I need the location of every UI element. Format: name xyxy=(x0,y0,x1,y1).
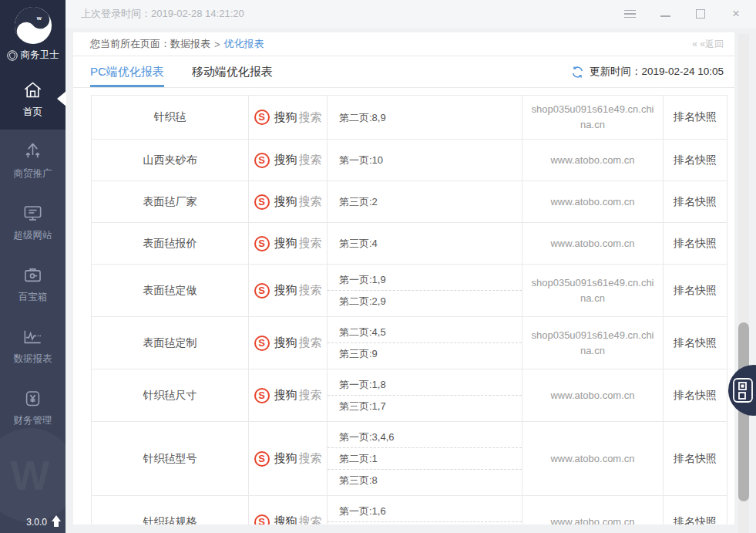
engine-cell: S搜狗搜索 xyxy=(249,369,328,421)
rank-snapshot-button[interactable]: 排名快照 xyxy=(674,452,717,466)
maximize-icon[interactable] xyxy=(694,8,707,20)
scrollbar-track[interactable] xyxy=(738,34,749,533)
rank-snapshot-button[interactable]: 排名快照 xyxy=(674,515,717,525)
keyword-cell: 表面毡定制 xyxy=(92,317,249,369)
rank-snapshot-button[interactable]: 排名快照 xyxy=(674,389,717,403)
sogou-icon: S xyxy=(254,236,270,251)
position-line: 第一页:10 xyxy=(328,150,522,170)
action-cell: 排名快照 xyxy=(664,422,727,495)
url-cell: www.atobo.com.cn xyxy=(522,369,664,421)
positions-cell: 第二页:4,5第三页:9 xyxy=(328,317,522,369)
engine-name-secondary: 搜索 xyxy=(299,236,322,251)
close-icon[interactable]: × xyxy=(730,8,742,20)
position-line: 第一页:1,6 xyxy=(328,501,522,521)
toolbox-icon xyxy=(22,265,43,285)
engine-name: 搜狗 xyxy=(274,236,297,251)
rank-snapshot-button[interactable]: 排名快照 xyxy=(674,195,717,209)
positions-cell: 第一页:1,8第三页:1,7 xyxy=(328,369,522,421)
action-cell: 排名快照 xyxy=(664,140,727,180)
url-cell: shop035u091s61e49.cn.china.cn xyxy=(522,317,664,369)
tab-pc-report[interactable]: PC端优化报表 xyxy=(90,56,164,87)
website-monitor-icon xyxy=(22,203,43,224)
engine-name: 搜狗 xyxy=(274,110,297,125)
table-row: 针织毡尺寸S搜狗搜索第一页:1,8第三页:1,7www.atobo.com.cn… xyxy=(92,369,727,422)
update-time-text: 更新时间：2019-02-24 10:05 xyxy=(590,65,724,79)
back-link[interactable]: « «返回 xyxy=(692,38,724,51)
app-logo-block: w 商务卫士 xyxy=(0,0,66,68)
breadcrumb-section: 数据报表 xyxy=(170,37,210,51)
watermark-letter: W xyxy=(11,451,50,499)
position-line: 第二页:1 xyxy=(328,447,522,469)
engine-name-secondary: 搜索 xyxy=(299,110,322,125)
qr-code-icon xyxy=(731,377,754,403)
sogou-icon: S xyxy=(254,153,270,168)
url-cell: www.atobo.com.cn xyxy=(522,496,664,525)
sogou-icon: S xyxy=(254,110,270,125)
sidebar-item-website[interactable]: 超级网站 xyxy=(0,191,66,253)
position-line: 第一页:1,8 xyxy=(328,374,522,395)
url-cell: www.atobo.com.cn xyxy=(522,223,664,264)
keyword-cell: 表面毡报价 xyxy=(92,223,249,264)
breadcrumb-current[interactable]: 优化报表 xyxy=(224,37,264,51)
engine-name-secondary: 搜索 xyxy=(299,194,322,209)
rank-snapshot-button[interactable]: 排名快照 xyxy=(674,284,717,298)
engine-name-secondary: 搜索 xyxy=(299,451,322,466)
rank-snapshot-button[interactable]: 排名快照 xyxy=(674,153,717,167)
report-table-body: 针织毡S搜狗搜索第二页:8,9shop035u091s61e49.cn.chin… xyxy=(92,96,727,525)
sidebar-item-toolbox[interactable]: 百宝箱 xyxy=(0,253,66,315)
url-cell: shop035u091s61e49.cn.china.cn xyxy=(522,96,664,139)
titlebar: 上次登录时间：2019-02-28 14:21:20 × xyxy=(66,0,756,28)
rank-snapshot-button[interactable]: 排名快照 xyxy=(674,336,717,350)
tab-mobile-report[interactable]: 移动端优化报表 xyxy=(192,56,273,87)
keyword-cell: 针织毡 xyxy=(92,96,249,139)
url-cell: www.atobo.com.cn xyxy=(522,140,664,180)
sidebar-item-reports[interactable]: 数据报表 xyxy=(0,315,66,376)
report-chart-icon xyxy=(22,326,43,347)
engine-name: 搜狗 xyxy=(274,283,297,298)
version-row: 3.0.0 xyxy=(26,515,62,528)
sogou-icon: S xyxy=(254,451,270,467)
engine-name: 搜狗 xyxy=(274,388,297,403)
position-line: 第三页:9 xyxy=(328,342,522,364)
engine-name-secondary: 搜索 xyxy=(299,336,322,350)
engine-name: 搜狗 xyxy=(274,514,297,525)
breadcrumb-label: 您当前所在页面： xyxy=(90,37,170,51)
position-line: 第一页:1,9 xyxy=(328,269,522,290)
positions-cell: 第一页:10 xyxy=(328,140,522,180)
positions-cell: 第一页:1,6第二页:2,7 xyxy=(328,496,522,525)
window-controls: × xyxy=(623,8,742,20)
table-row: 针织毡型号S搜狗搜索第一页:3,4,6第二页:1第三页:8www.atobo.c… xyxy=(92,422,727,496)
engine-cell: S搜狗搜索 xyxy=(249,496,328,525)
keyword-cell: 针织毡规格 xyxy=(92,496,249,525)
home-icon xyxy=(22,79,43,100)
table-row: 表面毡定做S搜狗搜索第一页:1,9第二页:2,9shop035u091s61e4… xyxy=(92,265,727,317)
positions-cell: 第一页:3,4,6第二页:1第三页:8 xyxy=(328,422,522,495)
active-notch xyxy=(57,91,66,106)
engine-cell: S搜狗搜索 xyxy=(249,422,328,495)
keyword-cell: 表面毡厂家 xyxy=(92,181,249,222)
sidebar-item-label: 首页 xyxy=(23,106,42,119)
minimize-icon[interactable] xyxy=(659,8,671,20)
engine-name-secondary: 搜索 xyxy=(299,388,322,403)
menu-icon[interactable] xyxy=(623,8,636,20)
sidebar-item-label: 数据报表 xyxy=(14,353,52,366)
brand-name: 商务卫士 xyxy=(21,49,59,62)
url-cell: shop035u091s61e49.cn.china.cn xyxy=(522,265,664,316)
upgrade-arrow-icon[interactable] xyxy=(51,515,62,528)
sidebar-item-label: 财务管理 xyxy=(14,414,52,427)
sidebar-item-promotion[interactable]: 商贸推广 xyxy=(0,130,66,191)
refresh-icon[interactable] xyxy=(571,66,584,79)
table-row: 表面毡报价S搜狗搜索第三页:4www.atobo.com.cn排名快照 xyxy=(92,223,727,265)
breadcrumb-separator: > xyxy=(214,39,220,50)
promote-arrows-icon xyxy=(22,141,43,162)
breadcrumb: 您当前所在页面：数据报表 > 优化报表 « «返回 xyxy=(73,32,734,56)
rank-snapshot-button[interactable]: 排名快照 xyxy=(674,110,717,124)
sidebar-item-home[interactable]: 首页 xyxy=(0,68,66,130)
position-line: 第一页:3,4,6 xyxy=(328,427,522,447)
sidebar: w 商务卫士 首页 商贸推广 超级网站 xyxy=(0,0,66,533)
action-cell: 排名快照 xyxy=(664,223,727,264)
sogou-icon: S xyxy=(254,336,270,351)
position-line: 第二页:2,9 xyxy=(328,290,522,312)
rank-snapshot-button[interactable]: 排名快照 xyxy=(674,237,717,251)
action-cell: 排名快照 xyxy=(664,496,727,525)
